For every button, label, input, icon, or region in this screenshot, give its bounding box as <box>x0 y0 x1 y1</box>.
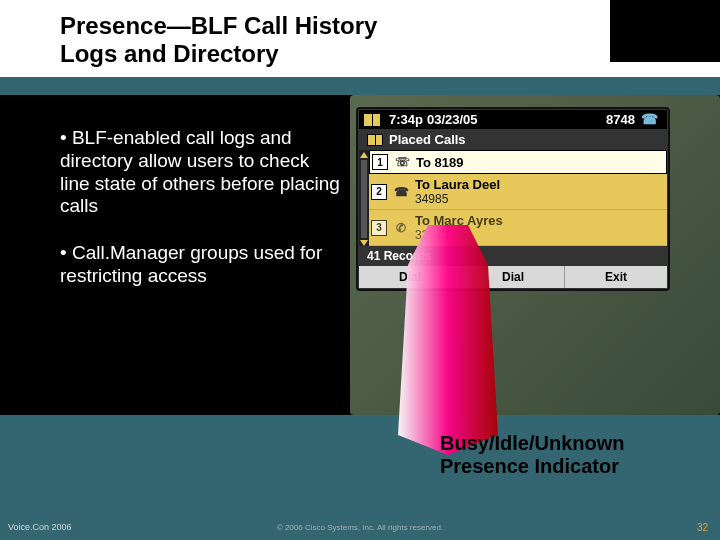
softkey-exit[interactable]: Exit <box>565 266 667 288</box>
phone-handset-icon <box>641 113 659 127</box>
scroll-track <box>361 160 367 238</box>
scroll-up-icon <box>360 152 368 158</box>
caption: Busy/Idle/Unknown Presence Indicator <box>440 432 624 478</box>
presence-idle-icon: ☏ <box>394 155 410 169</box>
footer-left: Voice.Con 2006 <box>8 522 72 532</box>
records-count: 41 Records <box>367 249 432 263</box>
footer-page-number: 32 <box>697 522 708 533</box>
phone-scrollbar[interactable] <box>359 150 369 246</box>
title-line-2: Logs and Directory <box>60 40 279 67</box>
bullet-list: BLF-enabled call logs and directory allo… <box>0 95 350 415</box>
row-number: 34985 <box>415 192 500 206</box>
row-label: To 8189 <box>416 155 463 170</box>
row-label: To Laura Deel <box>415 177 500 192</box>
caption-line-1: Busy/Idle/Unknown <box>440 432 624 454</box>
phone-softkeys: Dial Dial Exit <box>359 266 667 288</box>
phone-date: 03/23/05 <box>427 112 478 127</box>
list-item[interactable]: 2 ☎ To Laura Deel 34985 <box>369 174 667 210</box>
bullet-item: Call.Manager groups used for restricting… <box>60 242 340 288</box>
softkey-dial[interactable]: Dial <box>359 266 462 288</box>
phone-records-bar: 41 Records <box>359 246 667 266</box>
softkey-dial-2[interactable]: Dial <box>462 266 565 288</box>
caption-line-2: Presence Indicator <box>440 455 619 477</box>
presence-unknown-icon: ✆ <box>393 221 409 235</box>
directory-icon <box>363 113 381 127</box>
list-item[interactable]: 1 ☏ To 8189 <box>369 150 667 174</box>
slide-footer: Voice.Con 2006 © 2006 Cisco Systems, Inc… <box>0 514 720 540</box>
footer-center: © 2006 Cisco Systems, Inc. All rights re… <box>0 523 720 532</box>
row-number: 33543 <box>415 228 503 242</box>
slide-header: Presence—BLF Call History Logs and Direc… <box>0 0 720 77</box>
phone-status-bar: 7:34p 03/23/05 8748 <box>359 110 667 129</box>
row-label: To Marc Ayres <box>415 213 503 228</box>
bullet-item: BLF-enabled call logs and directory allo… <box>60 127 340 218</box>
slide: Presence—BLF Call History Logs and Direc… <box>0 0 720 540</box>
phone-call-list: 1 ☏ To 8189 2 ☎ To Laura Deel 34985 <box>369 150 667 246</box>
book-icon <box>367 134 383 146</box>
phone-screen-title-bar: Placed Calls <box>359 129 667 150</box>
phone-list-wrap: 1 ☏ To 8189 2 ☎ To Laura Deel 34985 <box>359 150 667 246</box>
presence-busy-icon: ☎ <box>393 185 409 199</box>
row-index: 1 <box>372 154 388 170</box>
title-line-1: Presence—BLF Call History <box>60 12 377 39</box>
scroll-down-icon <box>360 240 368 246</box>
phone-screen-title: Placed Calls <box>389 132 466 147</box>
list-item[interactable]: 3 ✆ To Marc Ayres 33543 <box>369 210 667 246</box>
corner-block <box>610 0 720 62</box>
phone-screenshot: 7:34p 03/23/05 8748 Placed Calls <box>350 95 720 415</box>
row-index: 2 <box>371 184 387 200</box>
slide-body: BLF-enabled call logs and directory allo… <box>0 95 720 415</box>
phone-screen: 7:34p 03/23/05 8748 Placed Calls <box>358 109 668 289</box>
phone-extension: 8748 <box>606 112 635 127</box>
phone-time: 7:34p <box>389 112 423 127</box>
row-index: 3 <box>371 220 387 236</box>
